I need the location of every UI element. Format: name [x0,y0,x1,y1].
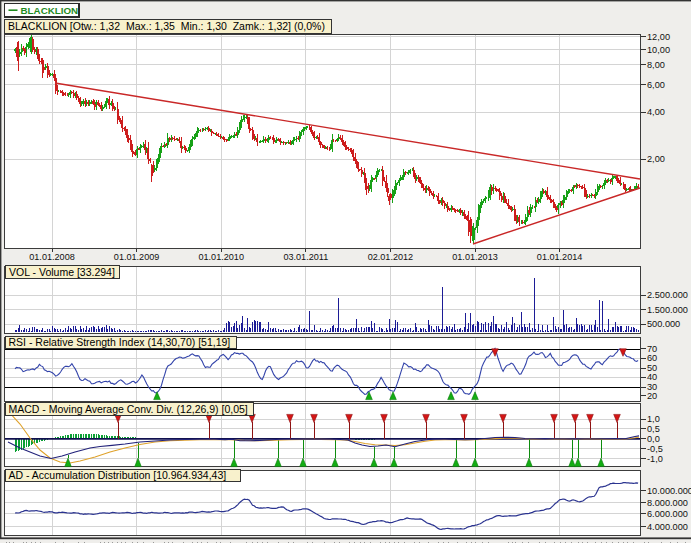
svg-text:-1,0: -1,0 [647,454,663,464]
svg-text:20: 20 [647,391,657,401]
svg-text:60: 60 [647,353,657,363]
svg-text:4.000.000: 4.000.000 [647,522,688,532]
svg-text:RSI - Relative Strength Index: RSI - Relative Strength Index (14,30,70)… [9,336,231,348]
svg-text:40: 40 [647,372,657,382]
svg-text:10,00: 10,00 [647,45,670,55]
svg-text:VOL - Volume [33.294]: VOL - Volume [33.294] [9,266,115,278]
svg-text:0,5: 0,5 [647,424,660,434]
svg-text:0,0: 0,0 [647,434,660,444]
svg-text:BLACKLION: BLACKLION [21,5,79,16]
svg-text:1,0: 1,0 [647,414,660,424]
svg-text:500.000: 500.000 [647,319,680,329]
svg-text:AD - Accumulation Distribution: AD - Accumulation Distribution [10.964.9… [9,469,227,481]
svg-text:10.000.000: 10.000.000 [647,486,691,496]
svg-text:01.01.2009: 01.01.2009 [114,252,160,262]
svg-text:BLACKLION [Otw.: 1,32 Max.: 1: BLACKLION [Otw.: 1,32 Max.: 1,35 Min.: 1… [8,20,325,32]
svg-text:-0,5: -0,5 [647,444,663,454]
svg-text:01.01.2008: 01.01.2008 [29,252,75,262]
svg-text:8.000.000: 8.000.000 [647,498,688,508]
svg-text:03.01.2011: 03.01.2011 [283,252,328,262]
svg-text:2,00: 2,00 [647,154,665,164]
svg-text:6.000.000: 6.000.000 [647,509,688,519]
svg-text:2.500.000: 2.500.000 [647,290,688,300]
svg-text:01.01.2013: 01.01.2013 [452,252,498,262]
svg-text:6,00: 6,00 [647,80,665,90]
svg-text:4,00: 4,00 [647,107,665,117]
svg-text:02.01.2012: 02.01.2012 [368,252,414,262]
svg-text:12,00: 12,00 [647,32,670,42]
svg-text:01.01.2014: 01.01.2014 [537,252,583,262]
svg-text:1.500.000: 1.500.000 [647,305,688,315]
svg-text:01.01.2010: 01.01.2010 [198,252,244,262]
svg-text:8,00: 8,00 [647,60,665,70]
svg-text:MACD - Moving Average Conv. Di: MACD - Moving Average Conv. Div. (12,26,… [9,403,248,415]
